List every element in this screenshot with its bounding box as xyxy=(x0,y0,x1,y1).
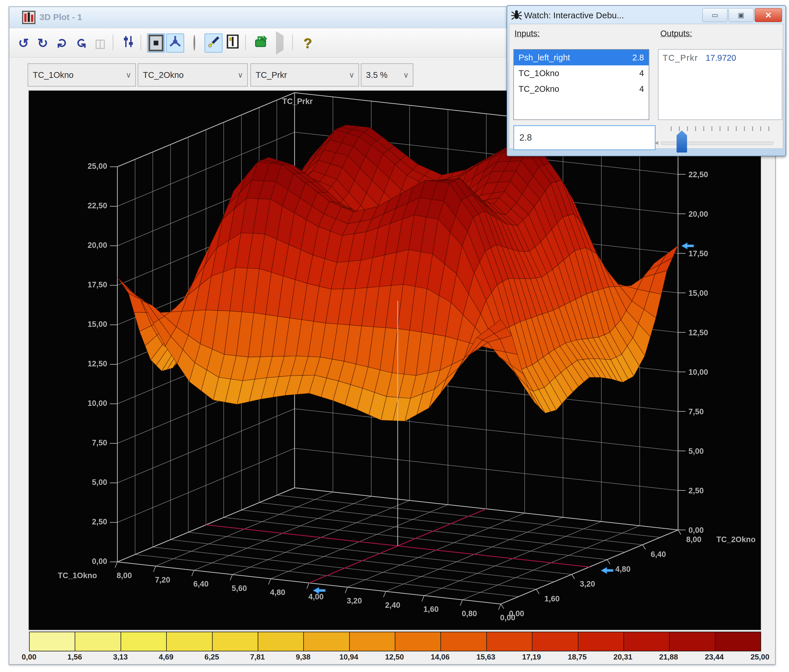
input-value: 4 xyxy=(639,84,644,94)
color-wheel-icon xyxy=(193,36,195,50)
colorbar-legend xyxy=(29,632,761,651)
help-icon: ? xyxy=(303,35,312,51)
projection-icon xyxy=(149,35,164,51)
colorbar-segment xyxy=(75,632,121,651)
axis-tick-label: 1,60 xyxy=(408,605,439,614)
export-icon xyxy=(254,35,268,51)
colorbar-tick-label: 17,19 xyxy=(514,653,549,662)
combo-value: 3.5 % xyxy=(361,70,403,80)
input-name: TC_1Okno xyxy=(519,69,639,78)
outputs-listbox[interactable]: TC_Prkr 17.9720 xyxy=(658,49,782,120)
axis-tick-label: 5,00 xyxy=(65,478,107,487)
toolbar-button-play xyxy=(271,34,289,53)
inputs-listbox[interactable]: Psh_left_right 2.8TC_1Okno 4TC_2Okno 4 xyxy=(513,49,649,120)
colorbar-segment xyxy=(624,632,669,651)
input-name: TC_2Okno xyxy=(519,84,639,94)
axis-tick-label: 12,50 xyxy=(688,328,708,337)
axis-tick-label: 8,00 xyxy=(686,535,701,544)
axis-tick-label: 0,00 xyxy=(65,557,107,566)
watch-titlebar[interactable]: Watch: Interactive Debu... ▭ ▣ ✕ xyxy=(507,6,786,23)
axis-tick-label: 5,60 xyxy=(216,584,247,593)
watch-content: Inputs: Outputs: Psh_left_right 2.8TC_1O… xyxy=(509,24,783,149)
play-icon xyxy=(276,36,284,50)
colorbar-segment xyxy=(716,632,760,651)
axis-tick-label: 22,50 xyxy=(65,201,107,210)
colorbar-segment xyxy=(167,632,212,651)
maximize-icon: ▣ xyxy=(738,11,744,19)
close-icon: ✕ xyxy=(765,10,771,20)
app-icon xyxy=(22,10,35,24)
input-value-field[interactable] xyxy=(513,125,656,150)
colorbar-tick-label: 7,81 xyxy=(240,653,275,662)
axis-tick-label: 1,60 xyxy=(545,594,560,603)
axis-tick-label: 15,00 xyxy=(65,320,107,329)
input-row-Psh_left_right[interactable]: Psh_left_right 2.8 xyxy=(514,49,649,65)
axis-tick-label: 2,50 xyxy=(688,486,704,495)
toolbar-button-projection[interactable] xyxy=(147,34,165,53)
report-icon xyxy=(226,35,239,51)
input-name: Psh_left_right xyxy=(519,53,632,62)
output-row-TC_Prkr: TC_Prkr 17.9720 xyxy=(658,49,782,66)
axis-tick-label: 6,40 xyxy=(651,550,666,559)
tolerance-combo[interactable]: 3.5 % ∨ xyxy=(361,63,414,86)
slider-left-arrow-icon[interactable]: ◂ xyxy=(655,138,658,147)
colorbar-tick-label: 21,88 xyxy=(651,653,686,662)
toolbar-button-rotate-left[interactable]: ↺ xyxy=(14,34,32,53)
chevron-down-icon: ∨ xyxy=(126,70,136,80)
slider-ticks xyxy=(671,126,773,131)
print-icon: ◫ xyxy=(95,36,106,50)
axis-tick-label: 4,00 xyxy=(293,592,324,602)
combo-value: TC_2Okno xyxy=(138,70,238,80)
axis-tick-label: 0,00 xyxy=(688,526,704,535)
input-row-TC_2Okno[interactable]: TC_2Okno 4 xyxy=(514,81,649,97)
maximize-button[interactable]: ▣ xyxy=(728,8,754,22)
colorbar-segment xyxy=(578,632,624,651)
axes-3d-icon xyxy=(168,35,182,51)
toolbar-button-color-wheel[interactable] xyxy=(185,34,203,53)
outputs-label: Outputs: xyxy=(660,29,692,38)
toolbar-button-rotate-up[interactable]: ↻ xyxy=(53,34,71,53)
close-button[interactable]: ✕ xyxy=(755,8,782,22)
toolbar-button-axes-3d[interactable] xyxy=(166,34,184,53)
combo-value: TC_Prkr xyxy=(251,70,349,80)
toolbar-button-report[interactable] xyxy=(224,34,242,53)
toolbar-button-help[interactable]: ? xyxy=(299,34,317,53)
minimize-icon: ▭ xyxy=(712,11,719,19)
colorbar-segment xyxy=(30,632,75,651)
input-row-TC_1Okno[interactable]: TC_1Okno 4 xyxy=(514,65,649,81)
chevron-down-icon: ∨ xyxy=(238,70,247,80)
toolbar-separator xyxy=(113,35,113,50)
toolbar-button-brush[interactable] xyxy=(204,34,222,53)
toolbar-button-rotate-right[interactable]: ↻ xyxy=(34,34,52,53)
toolbar-button-rotate-down[interactable]: ↺ xyxy=(72,34,90,53)
x-axis-title: TC_1Okno xyxy=(33,571,97,580)
combo-value: TC_1Okno xyxy=(28,70,126,80)
toolbar-button-export[interactable] xyxy=(252,34,270,53)
axis-tick-label: 17,50 xyxy=(688,249,708,258)
axis-tick-label: 20,00 xyxy=(65,241,107,250)
y-variable-combo[interactable]: TC_2Okno ∨ xyxy=(138,63,248,86)
rotate-left-icon: ↺ xyxy=(18,36,29,51)
x-variable-combo[interactable]: TC_1Okno ∨ xyxy=(27,63,136,86)
minimize-button[interactable]: ▭ xyxy=(703,8,727,22)
z-variable-combo[interactable]: TC_Prkr ∨ xyxy=(251,63,359,86)
sliders-icon xyxy=(121,35,135,51)
colorbar-tick-label: 10,94 xyxy=(331,653,366,662)
axis-tick-label: 10,00 xyxy=(688,368,708,377)
y-axis-title: TC_2Okno xyxy=(716,535,755,544)
watch-window-title: Watch: Interactive Debu... xyxy=(524,10,624,20)
rotate-up-icon: ↻ xyxy=(57,36,67,51)
axis-tick-label: 17,50 xyxy=(65,280,107,289)
window-title: 3D Plot - 1 xyxy=(40,12,82,22)
plot-3d-area[interactable]: TC_Prkr25,0022,5020,0017,5015,0012,5010,… xyxy=(28,90,762,630)
axis-tick-label: 7,50 xyxy=(65,438,107,447)
colorbar-tick-label: 15,63 xyxy=(469,653,503,662)
slider-thumb[interactable] xyxy=(677,131,687,153)
colorbar-segment xyxy=(350,632,395,651)
z-axis-title: TC_Prkr xyxy=(268,97,326,106)
axis-tick-label: 20,00 xyxy=(688,210,708,219)
colorbar-tick-label: 3,13 xyxy=(103,653,138,662)
toolbar-button-print: ◫ xyxy=(91,34,109,53)
surface-canvas[interactable] xyxy=(29,91,760,629)
toolbar-button-sliders[interactable] xyxy=(119,34,137,53)
